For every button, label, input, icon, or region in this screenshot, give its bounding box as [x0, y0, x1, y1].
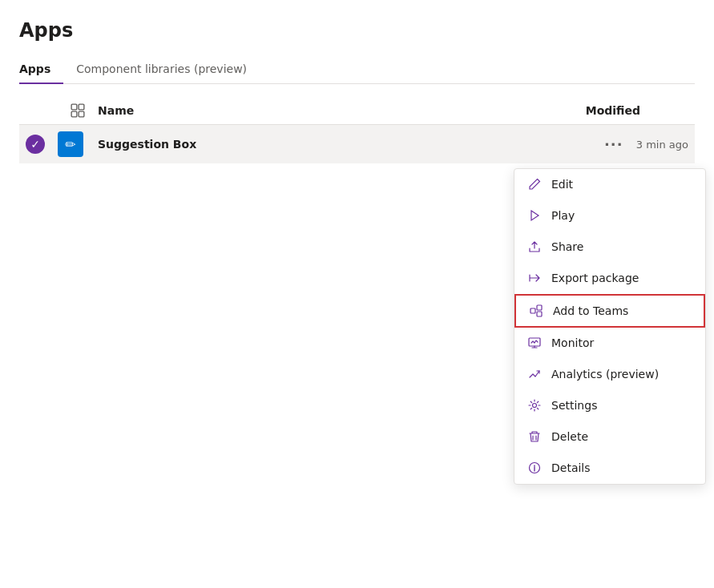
tab-apps[interactable]: Apps — [19, 54, 63, 83]
apps-table: Name Modified ✓ ✏ Suggestion Box — [19, 97, 695, 163]
menu-item-export-package[interactable]: Export package — [514, 263, 705, 294]
menu-item-settings[interactable]: Settings — [514, 390, 705, 421]
page-title: Apps — [19, 19, 695, 42]
teams-icon — [529, 304, 543, 318]
modified-text: 3 min ago — [636, 139, 688, 151]
export-icon — [527, 271, 542, 285]
settings-icon — [527, 398, 542, 413]
add-to-teams-label: Add to Teams — [553, 304, 691, 317]
share-label: Share — [551, 240, 692, 253]
monitor-label: Monitor — [551, 336, 692, 349]
page-header: Apps Apps Component libraries (preview) — [0, 0, 714, 84]
svg-rect-5 — [537, 305, 542, 310]
settings-label: Settings — [551, 399, 692, 412]
play-icon — [527, 208, 542, 223]
check-circle: ✓ — [26, 135, 45, 154]
delete-icon — [527, 429, 542, 444]
svg-rect-6 — [537, 312, 542, 316]
tab-component-libraries[interactable]: Component libraries (preview) — [63, 54, 260, 83]
svg-rect-3 — [79, 111, 84, 117]
menu-item-share[interactable]: Share — [514, 232, 705, 263]
tabs-nav: Apps Component libraries (preview) — [19, 54, 695, 84]
delete-label: Delete — [551, 430, 692, 443]
analytics-label: Analytics (preview) — [551, 368, 692, 381]
checkmark-icon: ✓ — [30, 138, 40, 151]
row-app-icon: ✏ — [58, 131, 98, 157]
edit-icon — [527, 177, 542, 191]
details-label: Details — [551, 461, 692, 474]
menu-item-add-to-teams[interactable]: Add to Teams — [514, 294, 705, 328]
svg-rect-0 — [71, 104, 77, 110]
menu-item-delete[interactable]: Delete — [514, 421, 705, 453]
export-package-label: Export package — [551, 272, 692, 284]
col-icon-header — [58, 103, 98, 118]
ellipsis-icon: ··· — [604, 136, 623, 153]
svg-rect-2 — [71, 111, 77, 117]
app-icon-box: ✏ — [58, 131, 83, 157]
row-app-name: Suggestion Box — [98, 138, 528, 151]
details-icon — [527, 461, 542, 475]
edit-label: Edit — [551, 178, 692, 191]
menu-item-details[interactable]: Details — [514, 453, 705, 484]
svg-rect-4 — [530, 308, 535, 313]
menu-item-edit[interactable]: Edit — [514, 169, 705, 200]
col-name-header: Name — [98, 104, 528, 117]
menu-item-analytics[interactable]: Analytics (preview) — [514, 359, 705, 390]
row-check: ✓ — [26, 135, 58, 154]
share-icon — [527, 240, 542, 254]
menu-item-monitor[interactable]: Monitor — [514, 328, 705, 359]
analytics-icon — [527, 367, 542, 381]
row-right: ··· 3 min ago — [528, 131, 688, 157]
context-menu: Edit Play Share Export package — [514, 168, 706, 485]
play-label: Play — [551, 209, 692, 222]
svg-point-8 — [533, 404, 537, 408]
table-header: Name Modified — [19, 97, 695, 125]
table-row: ✓ ✏ Suggestion Box ··· 3 min ago — [19, 125, 695, 163]
monitor-icon — [527, 336, 542, 350]
col-modified-header: Modified — [528, 104, 688, 117]
ellipsis-button[interactable]: ··· — [601, 131, 627, 157]
svg-rect-1 — [79, 104, 84, 110]
content-area: Name Modified ✓ ✏ Suggestion Box — [0, 84, 714, 176]
app-icon-symbol: ✏ — [65, 137, 75, 152]
menu-item-play[interactable]: Play — [514, 200, 705, 232]
grid-icon — [71, 103, 85, 118]
